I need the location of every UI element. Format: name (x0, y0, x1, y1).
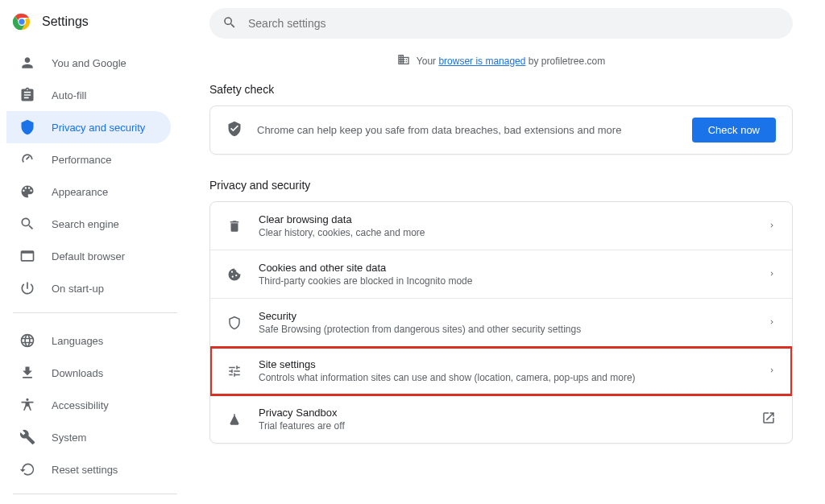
wrench-icon (19, 429, 35, 445)
sidebar-item-accessibility[interactable]: Accessibility (6, 389, 171, 421)
sidebar-item-autofill[interactable]: Auto-fill (6, 79, 171, 111)
flask-icon (226, 411, 243, 428)
row-cookies[interactable]: Cookies and other site data Third-party … (210, 250, 792, 299)
sidebar-item-languages[interactable]: Languages (6, 324, 171, 357)
sidebar-item-label: Auto-fill (52, 89, 86, 101)
row-title: Cookies and other site data (259, 262, 752, 274)
tune-icon (226, 363, 243, 379)
search-bar[interactable] (209, 8, 793, 39)
person-icon (19, 55, 35, 71)
row-privacy-sandbox[interactable]: Privacy Sandbox Trial features are off (210, 395, 792, 443)
sidebar-item-label: Performance (52, 154, 111, 166)
globe-icon (19, 333, 35, 349)
sidebar-item-system[interactable]: System (6, 421, 171, 453)
sidebar-item-label: Search engine (52, 218, 119, 230)
sidebar-item-search-engine[interactable]: Search engine (6, 208, 171, 240)
search-icon (222, 15, 237, 32)
row-subtitle: Clear history, cookies, cache and more (259, 227, 752, 238)
divider (13, 494, 177, 494)
palette-icon (19, 184, 35, 200)
browser-icon (19, 248, 35, 264)
row-clear-browsing-data[interactable]: Clear browsing data Clear history, cooki… (210, 202, 792, 250)
safety-check-text: Chrome can help keep you safe from data … (257, 124, 678, 136)
download-icon (19, 365, 35, 381)
row-title: Privacy Sandbox (259, 407, 745, 419)
row-title: Security (259, 310, 752, 322)
shield-outline-icon (226, 315, 243, 331)
safety-check-heading: Safety check (209, 83, 793, 96)
search-input[interactable] (248, 17, 780, 30)
sidebar-item-downloads[interactable]: Downloads (6, 357, 171, 389)
safety-check-card: Chrome can help keep you safe from data … (209, 105, 793, 155)
sidebar-item-on-startup[interactable]: On start-up (6, 272, 171, 304)
privacy-settings-list: Clear browsing data Clear history, cooki… (209, 201, 793, 444)
main-content: Your browser is managed by profiletree.c… (209, 0, 825, 504)
row-subtitle: Trial features are off (259, 420, 745, 432)
privacy-heading: Privacy and security (209, 179, 793, 192)
shield-icon (19, 119, 35, 135)
sidebar-item-label: Languages (52, 335, 103, 347)
divider (13, 312, 177, 313)
restore-icon (19, 461, 35, 477)
check-now-button[interactable]: Check now (692, 118, 776, 143)
sidebar-item-label: Accessibility (52, 399, 109, 411)
chrome-logo-icon (13, 13, 31, 31)
managed-text: Your browser is managed by profiletree.c… (417, 56, 605, 67)
managed-link[interactable]: browser is managed (438, 56, 525, 67)
sidebar: Settings You and Google Auto-fill Privac… (0, 0, 209, 504)
chevron-right-icon (768, 316, 776, 328)
sidebar-header: Settings (0, 8, 209, 43)
sidebar-item-label: Appearance (52, 186, 108, 198)
row-subtitle: Controls what information sites can use … (259, 372, 752, 383)
sidebar-item-reset[interactable]: Reset settings (6, 453, 171, 485)
sidebar-item-label: Privacy and security (52, 122, 145, 134)
sidebar-item-label: On start-up (52, 283, 104, 295)
sidebar-item-label: Reset settings (52, 464, 118, 476)
chevron-right-icon (768, 268, 776, 280)
row-site-settings[interactable]: Site settings Controls what information … (210, 347, 792, 395)
business-icon (397, 53, 410, 68)
accessibility-icon (19, 397, 35, 413)
power-icon (19, 280, 35, 296)
sidebar-item-default-browser[interactable]: Default browser (6, 240, 171, 272)
speedometer-icon (19, 151, 35, 167)
chevron-right-icon (768, 365, 776, 377)
sidebar-item-you-and-google[interactable]: You and Google (6, 47, 171, 79)
row-title: Clear browsing data (259, 213, 752, 225)
open-in-new-icon (761, 411, 776, 428)
page-title: Settings (42, 14, 89, 29)
clipboard-icon (19, 87, 35, 103)
sidebar-item-appearance[interactable]: Appearance (6, 176, 171, 208)
row-title: Site settings (259, 358, 752, 370)
row-subtitle: Third-party cookies are blocked in Incog… (259, 275, 752, 287)
sidebar-item-performance[interactable]: Performance (6, 143, 171, 176)
cookie-icon (226, 266, 243, 283)
row-security[interactable]: Security Safe Browsing (protection from … (210, 299, 792, 347)
sidebar-item-label: System (52, 432, 86, 444)
sidebar-item-label: Downloads (52, 367, 103, 379)
sidebar-item-label: You and Google (52, 57, 126, 69)
sidebar-item-label: Default browser (52, 250, 125, 262)
row-subtitle: Safe Browsing (protection from dangerous… (259, 324, 752, 335)
managed-notice: Your browser is managed by profiletree.c… (209, 53, 793, 68)
search-icon (19, 216, 35, 232)
sidebar-item-privacy[interactable]: Privacy and security (6, 111, 171, 143)
trash-icon (226, 218, 243, 234)
chevron-right-icon (768, 220, 776, 232)
shield-check-icon (226, 121, 243, 139)
